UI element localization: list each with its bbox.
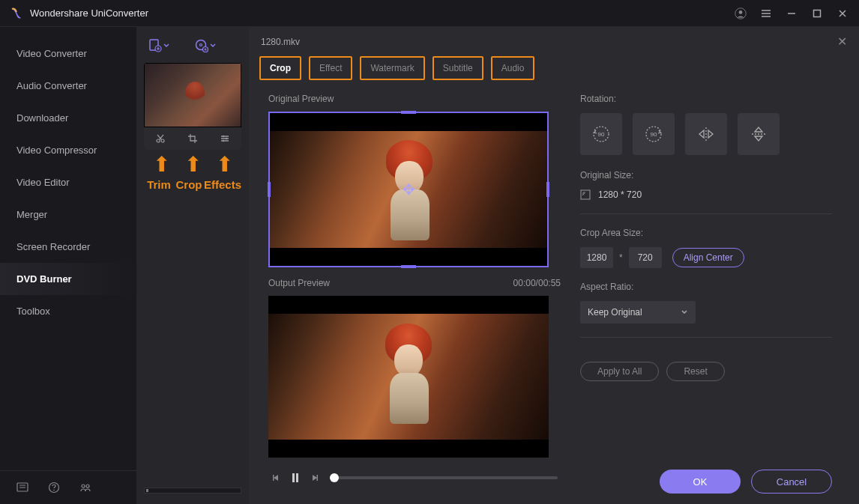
sidebar-item-video-editor[interactable]: Video Editor (0, 166, 136, 198)
step-forward-icon[interactable] (310, 473, 321, 482)
crop-width-input[interactable] (580, 247, 613, 268)
multiply-symbol: * (619, 252, 623, 263)
aspect-ratio-select[interactable]: Keep Original (580, 301, 696, 324)
trim-icon[interactable] (155, 133, 166, 144)
crop-icon[interactable] (187, 133, 198, 144)
output-preview-box (268, 296, 549, 458)
original-preview-label: Original Preview (268, 94, 334, 104)
sidebar-item-screen-recorder[interactable]: Screen Recorder (0, 231, 136, 263)
annotation-arrows: ⬆ ⬆ ⬆ (144, 151, 241, 175)
seek-bar[interactable] (330, 476, 558, 479)
main-area: Video Converter Audio Converter Download… (0, 27, 859, 504)
svg-rect-19 (292, 473, 295, 482)
arrow-up-icon: ⬆ (153, 154, 170, 175)
cancel-button[interactable]: Cancel (751, 470, 832, 494)
rotate-cw-button[interactable]: 90 (633, 113, 675, 155)
svg-text:90: 90 (651, 131, 657, 138)
flip-vertical-button[interactable] (738, 113, 780, 155)
annotation-labels: Trim Crop Effects (144, 175, 241, 191)
original-size-value: 1280 * 720 (598, 189, 642, 200)
expand-icon[interactable] (580, 189, 591, 200)
seek-head[interactable] (330, 473, 339, 482)
rotate-ccw-button[interactable]: 90 (580, 113, 622, 155)
storage-bar (144, 488, 241, 494)
svg-rect-18 (273, 475, 274, 481)
svg-point-6 (82, 485, 85, 488)
sidebar-item-merger[interactable]: Merger (0, 198, 136, 231)
svg-point-17 (223, 140, 224, 142)
align-center-button[interactable]: Align Center (672, 248, 744, 267)
add-file-icon[interactable] (148, 39, 169, 52)
svg-point-13 (157, 139, 160, 142)
video-thumbnail-image (144, 63, 241, 127)
help-icon[interactable] (48, 482, 60, 494)
label-effects: Effects (204, 178, 241, 191)
sidebar: Video Converter Audio Converter Download… (0, 27, 136, 504)
editor-close-icon[interactable]: ✕ (837, 34, 847, 49)
chevron-down-icon (681, 309, 688, 316)
step-back-icon[interactable] (271, 473, 282, 482)
sidebar-item-toolbox[interactable]: Toolbox (0, 295, 136, 327)
editor-panel: 1280.mkv ✕ Crop Effect Watermark Subtitl… (249, 27, 859, 504)
arrow-up-icon: ⬆ (184, 154, 202, 175)
tab-audio[interactable]: Audio (491, 56, 535, 80)
aspect-ratio-label: Aspect Ratio: (580, 282, 832, 292)
label-trim: Trim (144, 178, 174, 191)
sidebar-item-dvd-burner[interactable]: DVD Burner (0, 263, 136, 295)
sidebar-item-downloader[interactable]: Downloader (0, 102, 136, 134)
tab-subtitle[interactable]: Subtitle (432, 56, 483, 80)
original-preview-box[interactable]: ✥ (268, 112, 549, 267)
aspect-ratio-value: Keep Original (588, 307, 642, 318)
menu-icon[interactable] (760, 7, 772, 19)
video-frame-output (268, 314, 549, 440)
playback-time: 00:00/00:55 (513, 278, 561, 288)
svg-point-7 (86, 485, 89, 488)
move-cursor-icon: ✥ (403, 180, 415, 198)
svg-point-14 (161, 139, 164, 142)
flip-horizontal-button[interactable] (685, 113, 727, 155)
reset-button[interactable]: Reset (666, 362, 724, 381)
svg-point-1 (739, 10, 743, 14)
account-icon[interactable] (735, 7, 747, 19)
transport-controls (268, 468, 561, 488)
maximize-icon[interactable] (811, 7, 823, 19)
tab-effect[interactable]: Effect (309, 56, 352, 80)
svg-rect-20 (296, 473, 298, 482)
svg-point-5 (53, 490, 55, 491)
editor-tabs: Crop Effect Watermark Subtitle Audio (249, 56, 859, 86)
svg-point-16 (226, 138, 227, 139)
svg-rect-21 (317, 475, 319, 481)
svg-rect-2 (814, 10, 821, 16)
original-size-label: Original Size: (580, 170, 832, 180)
community-icon[interactable] (79, 482, 91, 494)
tab-watermark[interactable]: Watermark (360, 56, 424, 80)
svg-rect-26 (581, 190, 590, 199)
tab-crop[interactable]: Crop (259, 56, 301, 80)
apply-to-all-button[interactable]: Apply to All (580, 362, 659, 381)
svg-point-15 (223, 136, 224, 137)
sidebar-item-video-compressor[interactable]: Video Compressor (0, 134, 136, 166)
pause-icon[interactable] (291, 473, 301, 483)
effects-icon[interactable] (220, 133, 230, 144)
tutorial-icon[interactable] (16, 482, 28, 494)
output-preview-label: Output Preview (268, 278, 330, 288)
arrow-up-icon: ⬆ (216, 154, 233, 175)
titlebar: Wondershare UniConverter (0, 0, 859, 27)
app-title: Wondershare UniConverter (30, 7, 735, 19)
ok-button[interactable]: OK (660, 470, 741, 494)
svg-point-11 (200, 44, 202, 46)
crop-area-label: Crop Area Size: (580, 228, 832, 238)
minimize-icon[interactable] (786, 7, 798, 19)
close-icon[interactable] (837, 7, 849, 19)
label-crop: Crop (174, 178, 204, 191)
crop-height-input[interactable] (629, 247, 662, 268)
preview-column: Original Preview ✥ Output Preview 00:00/… (249, 86, 573, 504)
sidebar-item-audio-converter[interactable]: Audio Converter (0, 70, 136, 102)
video-thumbnail-card[interactable] (144, 63, 241, 150)
app-logo-icon (10, 7, 22, 19)
sidebar-item-video-converter[interactable]: Video Converter (0, 37, 136, 70)
file-column: ⬆ ⬆ ⬆ Trim Crop Effects (136, 27, 249, 504)
settings-column: Rotation: 90 90 Original Size: 1280 * 72… (573, 86, 859, 504)
add-disc-icon[interactable] (195, 39, 216, 52)
svg-text:90: 90 (598, 131, 605, 138)
